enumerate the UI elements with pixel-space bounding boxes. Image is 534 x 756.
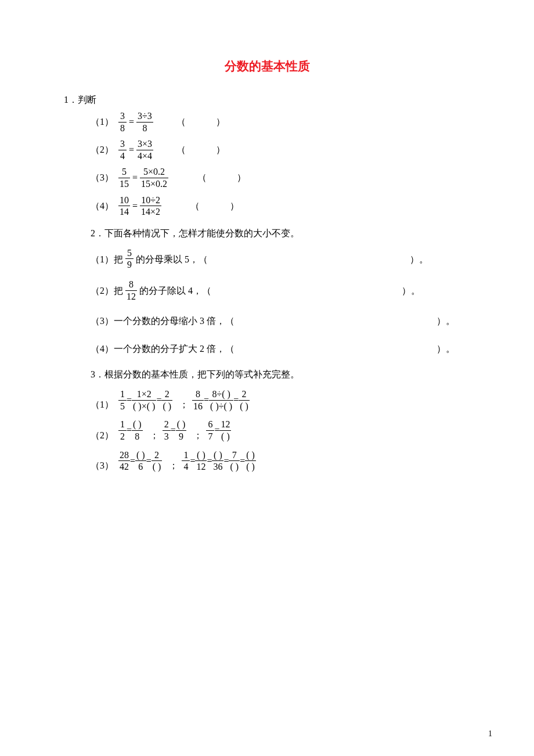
equals-sign: = [204,395,209,405]
q3-item-label: （2） [91,430,118,442]
denominator-blank[interactable]: ( ) [220,431,231,442]
denominator: 6 [137,462,144,472]
q1-equation: 3 4 = 3×3 4×4 [118,139,153,161]
q2-item-4: （4）一个分数的分子扩大 2 倍，（ ）。 [91,340,470,358]
numerator-blank[interactable]: ( ) [132,419,143,430]
fraction: 1 5 [118,389,127,411]
fraction: 10 14 [118,195,130,217]
numerator: 28 [118,450,130,460]
judgement-blank[interactable]: （ ） [176,145,226,154]
fraction: ( ) 6 [135,450,146,472]
equals-sign: = [127,425,132,435]
q1-item-label: （1） [91,117,118,127]
separator: ； [179,399,189,411]
fraction-bar [212,460,223,461]
fraction: 7 ( ) [229,450,240,472]
denominator-blank[interactable]: ( ) [229,462,240,472]
numerator: 3 [119,111,126,121]
text-after: 的分子除以 4，（ [139,286,211,296]
denominator: 5 [119,401,126,412]
fraction-bar [118,206,130,206]
close-paren: ）。 [410,250,428,269]
denominator-blank[interactable]: ( ) [151,462,163,472]
judgement-blank[interactable]: （ ） [197,173,247,182]
judgement-blank[interactable]: （ ） [176,117,226,127]
fraction: 5×0.2 15×0.2 [140,167,168,189]
denominator: 7 [207,431,214,442]
fraction: 8 16 [192,389,204,411]
denominator-blank[interactable]: ( )÷( ) [209,401,233,412]
fraction-bar [118,400,127,401]
q3-item-label: （3） [91,460,118,472]
fraction-bar [151,460,163,461]
numerator: 1 [119,419,126,430]
equals-sign: = [127,145,136,154]
denominator: 36 [212,462,223,472]
fraction: 1 4 [182,450,190,472]
numerator-blank[interactable]: ( ) [245,450,256,460]
eq-pair: 1 2 = ( ) 8 [118,419,143,441]
q1-item-4: （4） 10 14 = 10÷2 14×2 （ ） [91,195,470,217]
eq-chain: 8 16 = 8÷( ) ( )÷( ) = 2 ( ) [192,389,250,411]
numerator-blank[interactable]: 8÷( ) [211,389,231,399]
fraction-bar [239,400,250,401]
q1-item-2: （2） 3 4 = 3×3 4×4 （ ） [91,139,470,161]
q2-item-2: （2）把 8 12 的分子除以 4，（ ）。 [91,280,470,303]
fraction: 12 ( ) [219,419,231,441]
numerator-blank[interactable]: ( ) [212,450,223,460]
fraction-bar [161,400,172,401]
numerator: 8 [128,279,135,290]
numerator: 1×2 [136,389,153,399]
fraction: ( ) 8 [132,419,143,441]
denominator: 4×4 [136,151,153,161]
fraction: 2 ( ) [161,389,172,411]
denominator-blank[interactable]: ( ) [161,401,172,412]
numerator-blank[interactable]: ( ) [135,450,146,460]
fraction-bar [182,460,190,461]
fraction: 6 7 [206,419,214,441]
denominator: 12 [125,291,137,302]
numerator: 5 [126,248,133,258]
q1-equation: 3 8 = 3÷3 8 [118,111,153,133]
worksheet-page: 分数的基本性质 1．判断 （1） 3 8 = 3÷3 8 （ ） [0,0,534,756]
fraction: 3 8 [118,111,127,133]
fraction-bar [118,460,130,461]
denominator: 8 [119,123,126,134]
fraction: ( ) ( ) [245,450,256,472]
fraction-bar [206,430,214,431]
q1-item-label: （3） [91,173,118,182]
denominator-blank[interactable]: ( ) [239,401,250,412]
fraction: ( ) 36 [212,450,223,472]
numerator: 10÷2 [140,195,161,206]
q1-equation: 10 14 = 10÷2 14×2 [118,195,161,217]
fraction: 5 9 [125,248,134,270]
denominator: 14 [118,207,130,217]
fraction-bar [176,430,187,431]
fraction: 3÷3 8 [136,111,153,133]
numerator: 3÷3 [136,111,153,121]
q2-item-3: （3）一个分数的分母缩小 3 倍，（ ）。 [91,312,470,330]
fraction-bar [118,430,127,431]
fraction-bar [118,122,127,123]
numerator: 2 [163,419,170,430]
numerator-blank[interactable]: ( ) [196,450,207,460]
equals-sign: = [233,395,239,405]
numerator: 1 [182,450,189,460]
q3-item-3: （3） 28 42 = ( ) 6 = 2 ( ) ； 1 [91,450,470,472]
numerator-blank[interactable]: ( ) [176,419,187,430]
fraction-bar [125,290,137,291]
denominator-blank[interactable]: ( ) [245,462,256,472]
numerator: 2 [153,450,160,460]
close-paren: ）。 [436,340,455,358]
fraction-bar [136,150,153,150]
fraction-bar [209,400,233,401]
equals-sign: = [223,456,229,466]
fraction-bar [135,460,146,461]
eq-pair: 6 7 = 12 ( ) [206,419,231,441]
equals-sign: = [127,395,132,405]
denominator: 9 [126,260,133,270]
equals-sign: = [190,456,195,466]
q2-head: 2．下面各种情况下，怎样才能使分数的大小不变。 [91,228,470,240]
judgement-blank[interactable]: （ ） [190,201,240,211]
denominator-blank[interactable]: ( )×( ) [132,401,156,412]
